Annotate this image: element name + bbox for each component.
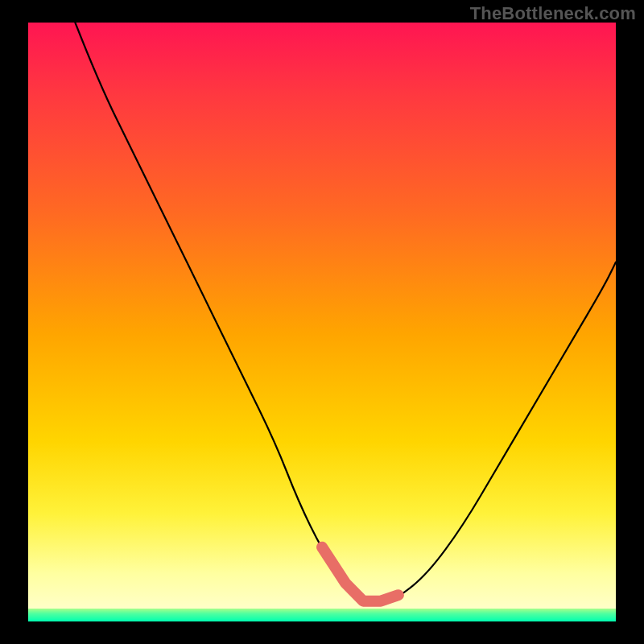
plot-area [28,23,616,621]
optimal-range-marker [322,547,398,601]
chart-frame: TheBottleneck.com [0,0,644,644]
bottleneck-curve-path [75,23,616,604]
watermark-text: TheBottleneck.com [470,3,636,24]
bottleneck-curve-svg [28,23,616,621]
